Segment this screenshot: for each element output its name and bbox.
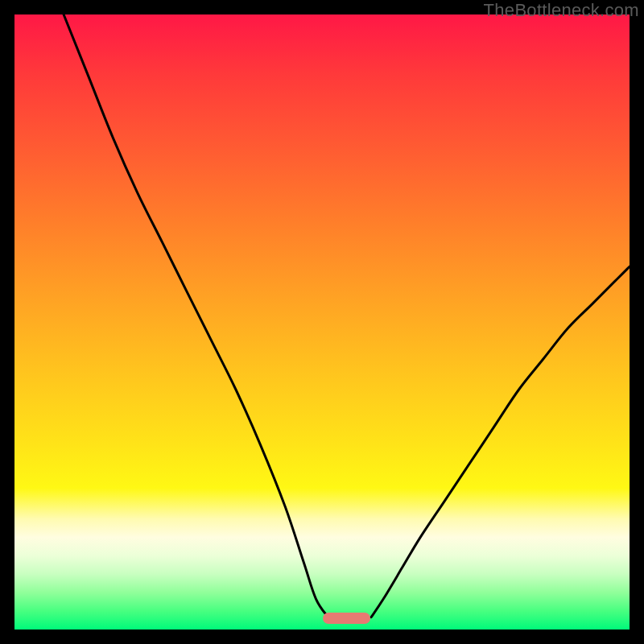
right-curve xyxy=(371,266,630,617)
left-curve xyxy=(64,14,328,617)
chart-frame: TheBottleneck.com xyxy=(0,0,644,644)
watermark-text: TheBottleneck.com xyxy=(484,0,639,21)
curves-svg xyxy=(14,14,630,630)
plot-area xyxy=(14,14,630,630)
bottleneck-marker xyxy=(323,613,371,624)
